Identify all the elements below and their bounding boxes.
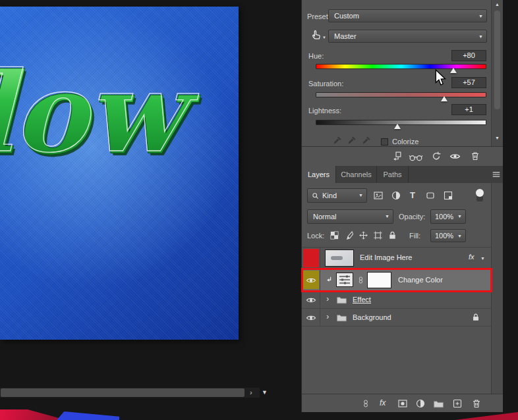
- lock-transparency-icon[interactable]: [330, 230, 339, 240]
- lock-position-move-icon[interactable]: [359, 230, 368, 240]
- preset-label: Preset:: [307, 13, 330, 20]
- add-layer-style-fx-button[interactable]: fx: [380, 398, 386, 407]
- adjustment-layer-thumbnail[interactable]: [336, 273, 353, 287]
- eye-icon[interactable]: [306, 275, 316, 286]
- document-canvas[interactable]: low low low: [0, 7, 239, 340]
- eyedropper-icon[interactable]: [332, 135, 343, 145]
- eye-icon[interactable]: [306, 295, 316, 305]
- filter-smart-object-icon[interactable]: [443, 190, 453, 201]
- properties-scrollbar-thumb[interactable]: [494, 11, 500, 109]
- saturation-label: Saturation:: [308, 80, 343, 88]
- eye-icon[interactable]: [306, 313, 316, 323]
- document-hscrollbar[interactable]: ›: [0, 388, 260, 398]
- lightness-slider[interactable]: [316, 120, 486, 125]
- visibility-eye-icon[interactable]: [449, 151, 461, 162]
- layer-mask-thumbnail[interactable]: [367, 272, 391, 288]
- lightness-slider-thumb[interactable]: [394, 124, 401, 129]
- scroll-up-icon[interactable]: ▲: [495, 2, 500, 7]
- layers-panel-body: Kind ▼ T Normal ▼ Opacity: 100% ▼: [302, 183, 491, 394]
- layer-filter-kind-dropdown[interactable]: Kind ▼: [307, 188, 367, 203]
- delete-layer-trash-icon[interactable]: [471, 398, 482, 409]
- tab-paths[interactable]: Paths: [377, 166, 409, 183]
- clip-to-layer-icon[interactable]: [391, 151, 402, 162]
- chevron-down-icon: ▼: [457, 214, 462, 219]
- mouse-cursor: [434, 68, 447, 87]
- chevron-down-icon: ▼: [457, 234, 462, 238]
- lock-artboard-icon[interactable]: [373, 230, 383, 240]
- hue-slider-thumb[interactable]: [450, 68, 457, 73]
- scroll-down-icon[interactable]: ▼: [495, 136, 500, 140]
- layer-fx-badge[interactable]: fx: [469, 253, 475, 261]
- layer-name[interactable]: Change Color: [398, 276, 443, 284]
- layer-lock-icon: [471, 313, 480, 322]
- preset-dropdown[interactable]: Custom ▼: [328, 9, 487, 22]
- blend-mode-dropdown[interactable]: Normal ▼: [307, 209, 393, 224]
- visibility-toggle-cell[interactable]: [302, 248, 320, 269]
- new-group-folder-icon[interactable]: [433, 398, 444, 409]
- saturation-value-field[interactable]: +57: [451, 77, 486, 88]
- layer-filter-toggle[interactable]: [476, 189, 484, 202]
- layer-thumbnail[interactable]: [325, 249, 354, 267]
- view-previous-state-icon[interactable]: [409, 153, 423, 162]
- saturation-slider[interactable]: [316, 92, 486, 97]
- layers-tab-bar: Layers Channels Paths: [302, 166, 503, 183]
- filter-pixel-layers-icon[interactable]: [373, 190, 384, 201]
- hue-saturation-properties-panel: Preset: Custom ▼ ▼ Master ▼ Hue: +80 Sat…: [302, 0, 491, 146]
- colorize-label: Colorize: [392, 138, 418, 145]
- folder-icon: [336, 312, 347, 323]
- chevron-down-icon: ▼: [359, 193, 363, 197]
- kind-label: Kind: [322, 192, 337, 199]
- hscroll-right-arrow-icon[interactable]: ›: [250, 388, 252, 396]
- fill-dropdown[interactable]: 100% ▼: [430, 229, 466, 242]
- reset-adjustment-icon[interactable]: [431, 151, 442, 161]
- properties-scrollbar[interactable]: ▲ ▼: [491, 0, 503, 146]
- opacity-value: 100%: [435, 213, 453, 221]
- visibility-toggle-cell[interactable]: [302, 309, 320, 326]
- lightness-value-field[interactable]: +1: [451, 104, 486, 115]
- layers-scrollbar-gutter[interactable]: [491, 183, 503, 394]
- panel-menu-icon[interactable]: [492, 170, 501, 179]
- delete-adjustment-trash-icon[interactable]: [470, 151, 480, 161]
- right-panel-group: Preset: Custom ▼ ▼ Master ▼ Hue: +80 Sat…: [301, 0, 503, 412]
- group-expand-chevron-icon[interactable]: ›: [326, 311, 329, 321]
- add-layer-mask-icon[interactable]: [397, 398, 408, 409]
- filter-adjustment-layers-icon[interactable]: [391, 190, 401, 201]
- filter-shape-layers-icon[interactable]: [425, 190, 436, 201]
- toggle-knob: [476, 189, 484, 197]
- hue-value-field[interactable]: +80: [451, 50, 486, 61]
- hscrollbar-thumb[interactable]: [1, 388, 245, 397]
- group-expand-chevron-icon[interactable]: ›: [326, 294, 329, 303]
- layer-name[interactable]: Edit Image Here: [360, 253, 412, 261]
- eyedropper-minus-icon[interactable]: [361, 135, 372, 145]
- hue-label: Hue:: [308, 52, 324, 60]
- new-adjustment-layer-icon[interactable]: [415, 398, 426, 409]
- saturation-slider-thumb[interactable]: [441, 96, 447, 101]
- new-layer-icon[interactable]: [452, 398, 463, 409]
- tab-layers[interactable]: Layers: [302, 166, 336, 183]
- layer-name[interactable]: Effect: [353, 296, 371, 303]
- link-layers-icon[interactable]: [362, 398, 370, 409]
- colorize-checkbox[interactable]: [381, 138, 388, 145]
- layer-name[interactable]: Background: [353, 313, 391, 321]
- layer-row-effect[interactable]: › Effect: [302, 291, 491, 309]
- channel-dropdown[interactable]: Master ▼: [328, 30, 487, 43]
- layer-row-edit-image-here[interactable]: Edit Image Here fx ▼: [302, 248, 491, 269]
- vscroll-down-arrow-icon[interactable]: ▼: [262, 389, 268, 396]
- lock-all-icon[interactable]: [388, 230, 397, 240]
- eyedropper-plus-icon[interactable]: [347, 135, 357, 145]
- layer-row-change-color[interactable]: Change Color: [302, 269, 491, 291]
- desktop-wallpaper: [57, 411, 119, 420]
- filter-type-layers-icon[interactable]: T: [410, 190, 415, 200]
- mask-link-chain-icon[interactable]: [357, 275, 364, 286]
- fx-expand-chevron-icon[interactable]: ▼: [480, 256, 485, 261]
- opacity-label: Opacity:: [399, 213, 425, 221]
- hue-slider[interactable]: [316, 64, 486, 69]
- lock-paint-brush-icon[interactable]: [344, 230, 354, 240]
- targeted-adjustment-hand-icon[interactable]: [310, 29, 322, 40]
- layer-row-background[interactable]: › Background: [302, 309, 491, 327]
- tab-channels[interactable]: Channels: [336, 166, 377, 183]
- visibility-toggle-cell[interactable]: [302, 291, 320, 308]
- opacity-dropdown[interactable]: 100% ▼: [430, 209, 466, 224]
- visibility-toggle-cell[interactable]: [302, 269, 320, 290]
- clipping-mask-arrow-icon: [324, 275, 333, 284]
